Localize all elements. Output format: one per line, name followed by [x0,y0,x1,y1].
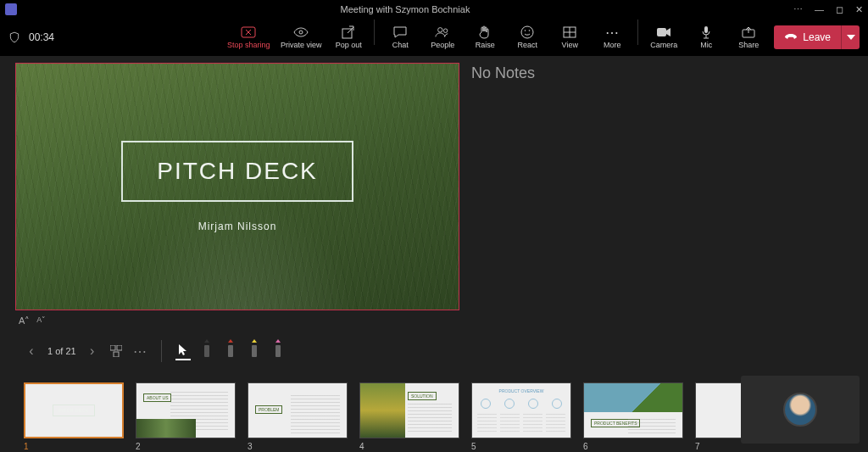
pen-red[interactable] [223,342,238,360]
thumb-5-num: 5 [471,442,571,451]
thumb-6-num: 6 [583,442,683,451]
more-icon: ⋯ [604,25,620,39]
share-label: Share [738,41,759,49]
react-button[interactable]: React [507,20,548,55]
next-slide-button[interactable]: › [85,343,100,359]
more-label: More [604,41,621,49]
thumb-1-title: PITCH DECK [53,405,94,416]
svg-point-4 [444,29,448,33]
mic-label: Mic [700,41,712,49]
cursor-tool[interactable] [175,342,191,360]
camera-button[interactable]: Camera [643,20,684,55]
view-label: View [562,41,578,49]
private-view-label: Private view [281,41,322,49]
chevron-down-icon [847,35,855,40]
pop-out-button[interactable]: Pop out [328,20,369,55]
svg-rect-14 [114,352,119,357]
pen-yellow[interactable] [247,342,262,360]
slide-counter: 1 of 21 [47,346,76,356]
private-view-button[interactable]: Private view [275,20,326,55]
pop-out-icon [341,25,356,39]
view-icon [562,25,577,39]
pen-black[interactable] [199,342,214,360]
svg-point-5 [521,26,533,38]
leave-button[interactable]: Leave [774,25,841,49]
svg-rect-12 [110,345,115,350]
minimize-icon[interactable]: ― [815,4,824,14]
thumb-6[interactable]: PRODUCT BENEFITS 6 [583,382,683,451]
thumb-4-num: 4 [359,442,459,451]
meeting-timer: 00:34 [29,31,54,43]
thumb-2[interactable]: ABOUT US 2 [136,382,236,451]
camera-label: Camera [650,41,677,49]
leave-options-button[interactable] [841,25,860,49]
notes-panel: No Notes [471,63,853,326]
stop-sharing-button[interactable]: Stop sharing [223,20,274,55]
pen-pink[interactable] [270,342,286,360]
meeting-toolbar: 00:34 Stop sharing Private view Pop out … [0,19,868,56]
notes-heading: No Notes [471,64,853,82]
thumb-2-num: 2 [136,442,236,451]
people-icon [435,25,450,39]
slide-author: Mirjam Nilsson [198,220,277,232]
chat-icon [392,25,408,39]
more-window-icon[interactable]: ⋯ [793,4,803,15]
thumb-4[interactable]: SOLUTION 4 [359,382,459,451]
title-bar: Meeting with Szymon Bochniak ⋯ ― ◻ ✕ [0,0,868,19]
pop-out-label: Pop out [336,41,362,49]
participant-tile[interactable] [741,376,860,444]
current-slide[interactable]: PITCH DECK Mirjam Nilsson [15,63,459,310]
close-icon[interactable]: ✕ [855,4,863,15]
react-label: React [518,41,538,49]
people-button[interactable]: People [422,20,463,55]
hangup-icon [784,33,798,42]
chat-button[interactable]: Chat [380,20,420,55]
svg-rect-13 [117,345,122,350]
window-title: Meeting with Szymon Bochniak [17,4,793,14]
thumbnail-strip: PITCH DECK 1 ABOUT US 2 PROBLEM 3 SOLUTI… [15,382,853,451]
thumb-5-header: PRODUCT OVERVIEW [472,388,570,393]
thumb-3-num: 3 [248,442,348,451]
mic-icon [698,25,714,39]
thumb-4-badge: SOLUTION [408,392,437,400]
grid-view-button[interactable] [108,343,124,359]
raise-hand-button[interactable]: Raise [465,20,505,55]
raise-hand-icon [477,25,492,39]
share-button[interactable]: Share [728,20,769,55]
app-icon [5,3,17,15]
more-button[interactable]: ⋯ More [592,20,632,55]
mic-button[interactable]: Mic [686,20,726,55]
stop-sharing-icon [241,25,256,39]
thumb-5[interactable]: PRODUCT OVERVIEW 5 [471,382,571,451]
eye-icon [293,25,309,39]
people-label: People [431,41,454,49]
prev-slide-button[interactable]: ‹ [24,343,39,359]
svg-point-6 [525,30,526,31]
chat-label: Chat [392,41,409,49]
slide-nav: ‹ 1 of 21 › ⋯ [15,338,853,364]
thumb-3-badge: PROBLEM [255,405,282,414]
view-button[interactable]: View [549,20,590,55]
thumb-1[interactable]: PITCH DECK 1 [24,382,124,451]
avatar [783,393,817,427]
more-nav-button[interactable]: ⋯ [132,343,147,359]
slide-title: PITCH DECK [157,158,318,185]
svg-point-1 [299,31,303,34]
react-icon [520,25,535,39]
share-icon [741,25,756,39]
privacy-shield-icon[interactable] [8,31,20,44]
raise-hand-label: Raise [476,41,495,49]
svg-point-3 [438,28,442,32]
maximize-icon[interactable]: ◻ [836,4,843,15]
leave-label: Leave [803,31,831,43]
increase-font-button[interactable]: A˄ [19,315,30,326]
thumb-3[interactable]: PROBLEM 3 [248,382,348,451]
decrease-font-button[interactable]: A˅ [36,315,46,326]
thumb-1-num: 1 [24,442,124,451]
camera-icon [656,25,671,39]
svg-point-7 [529,30,531,31]
svg-rect-10 [704,26,708,33]
svg-rect-9 [657,28,666,36]
stop-sharing-label: Stop sharing [227,41,270,49]
thumb-2-badge: ABOUT US [143,393,171,402]
